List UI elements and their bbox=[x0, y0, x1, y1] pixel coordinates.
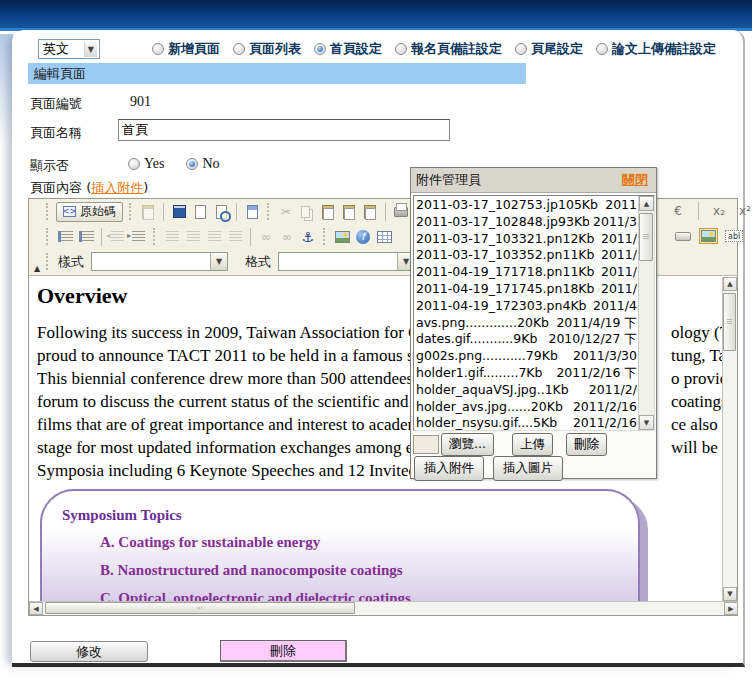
attachment-file-list[interactable]: 2011-03-17_102753.jp105Kb2011 2011-03-17… bbox=[413, 195, 655, 431]
list-item[interactable]: dates.gif...........9Kb2010/12/27 下 bbox=[416, 331, 637, 348]
print-icon[interactable] bbox=[392, 203, 410, 221]
editor-vertical-scrollbar[interactable]: ▲ ▼ bbox=[722, 277, 737, 601]
template-doc-icon bbox=[247, 205, 258, 219]
link-icon[interactable]: ∞ bbox=[257, 228, 275, 246]
button-field-icon[interactable] bbox=[674, 227, 692, 245]
radio-page-list[interactable]: 頁面列表 bbox=[233, 40, 301, 58]
list-item[interactable]: holder_aquaVSJ.jpg..1Kb2011/2/ bbox=[416, 382, 637, 399]
file-name: 2011-03-17_103321.pn12Kb bbox=[416, 231, 594, 248]
cut-icon[interactable]: ✂ bbox=[277, 203, 295, 221]
list-item[interactable]: avs.png.............20Kb2011/4/19 下 bbox=[416, 315, 637, 332]
image-button-field-icon[interactable] bbox=[699, 228, 718, 244]
increase-indent-icon[interactable] bbox=[129, 228, 147, 246]
radio-signup-note-settings[interactable]: 報名頁備註設定 bbox=[395, 40, 502, 58]
page-name-input[interactable] bbox=[118, 119, 450, 141]
paste-keep-icon[interactable] bbox=[139, 203, 157, 221]
text-field-icon[interactable]: abl bbox=[725, 230, 743, 242]
scrollbar-thumb[interactable] bbox=[639, 213, 653, 261]
list-item[interactable]: holder_avs.jpg......20Kb2011/2/16 bbox=[416, 399, 637, 416]
toolbar-separator bbox=[101, 228, 102, 246]
language-select[interactable]: 英文 ▼ bbox=[38, 39, 100, 59]
list-item[interactable]: 2011-03-17_102848.jp93Kb2011/3 bbox=[416, 214, 637, 231]
editor-horizontal-scrollbar[interactable]: ◀ ▶ bbox=[29, 601, 738, 615]
justify-icon[interactable] bbox=[226, 228, 244, 246]
radio-icon-selected[interactable] bbox=[314, 43, 326, 55]
preview-icon[interactable] bbox=[212, 203, 230, 221]
insert-image-button[interactable]: 插入圖片 bbox=[493, 456, 563, 481]
radio-paper-upload-note-settings[interactable]: 論文上傳備註設定 bbox=[596, 40, 716, 58]
insert-image-icon[interactable] bbox=[333, 228, 351, 246]
insert-attachment-link[interactable]: 插入附件 bbox=[91, 180, 143, 195]
toolbar-collapse-icon[interactable]: ▲ bbox=[31, 262, 43, 274]
list-item[interactable]: 2011-04-19_171745.pn18Kb2011/ bbox=[416, 281, 637, 298]
paste-icon[interactable] bbox=[319, 203, 337, 221]
list-item[interactable]: 2011-04-19_171718.pn11Kb2011/ bbox=[416, 264, 637, 281]
file-list-scrollbar[interactable]: ▲ ▼ bbox=[638, 196, 654, 430]
scroll-up-icon[interactable]: ▲ bbox=[723, 277, 737, 291]
list-item[interactable]: holder_nsysu.gif....5Kb2011/2/16 bbox=[416, 415, 637, 431]
align-lines-icon bbox=[208, 231, 221, 242]
file-input[interactable] bbox=[413, 435, 439, 454]
subscript-icon[interactable]: x₂ bbox=[710, 202, 728, 220]
style-combo[interactable]: ▼ bbox=[91, 252, 228, 271]
align-center-icon[interactable] bbox=[184, 228, 202, 246]
upload-button[interactable]: 上傳 bbox=[512, 433, 553, 456]
align-left-icon[interactable] bbox=[163, 228, 181, 246]
delete-button[interactable]: 刪除 bbox=[220, 640, 347, 662]
list-item[interactable]: g002s.png...........79Kb2011/3/30 bbox=[416, 348, 637, 365]
scroll-down-icon[interactable]: ▼ bbox=[639, 415, 654, 430]
radio-icon-selected[interactable] bbox=[186, 158, 198, 170]
scroll-down-icon[interactable]: ▼ bbox=[723, 587, 737, 601]
paste-word-icon[interactable] bbox=[361, 203, 379, 221]
scroll-left-icon[interactable]: ◀ bbox=[29, 602, 43, 615]
radio-display-yes[interactable]: Yes bbox=[128, 156, 164, 172]
insert-attachment-button[interactable]: 插入附件 bbox=[414, 456, 484, 481]
copy-icon[interactable] bbox=[298, 203, 316, 221]
radio-icon[interactable] bbox=[152, 43, 164, 55]
scroll-up-icon[interactable]: ▲ bbox=[639, 196, 654, 211]
list-item[interactable]: 2011-03-17_103352.pn11Kb2011/ bbox=[416, 247, 637, 264]
source-button[interactable]: <> 原始碼 bbox=[56, 202, 123, 222]
radio-footer-settings[interactable]: 頁尾設定 bbox=[515, 40, 583, 58]
align-right-icon[interactable] bbox=[205, 228, 223, 246]
radio-icon[interactable] bbox=[395, 43, 407, 55]
list-item[interactable]: 2011-03-17_103321.pn12Kb2011/ bbox=[416, 231, 637, 248]
unlink-icon[interactable]: ∞ bbox=[278, 228, 296, 246]
decrease-indent-icon[interactable] bbox=[108, 228, 126, 246]
radio-display-no[interactable]: No bbox=[186, 156, 219, 172]
scrollbar-thumb[interactable] bbox=[723, 293, 736, 351]
chevron-down-icon[interactable]: ▼ bbox=[210, 253, 227, 270]
browse-button[interactable]: 瀏覽... bbox=[441, 433, 494, 456]
chevron-down-icon[interactable]: ▼ bbox=[84, 42, 97, 57]
list-lines-icon bbox=[58, 231, 73, 242]
paste-text-icon[interactable] bbox=[340, 203, 358, 221]
format-combo[interactable]: ▼ bbox=[278, 252, 415, 271]
radio-add-page[interactable]: 新增頁面 bbox=[152, 40, 220, 58]
popup-close-link[interactable]: 關閉 bbox=[622, 171, 648, 189]
radio-home-settings[interactable]: 首頁設定 bbox=[314, 40, 382, 58]
magnifier-icon bbox=[216, 205, 227, 219]
radio-icon[interactable] bbox=[515, 43, 527, 55]
superscript-icon[interactable]: x² bbox=[736, 202, 752, 220]
templates-icon[interactable] bbox=[243, 203, 261, 221]
scrollbar-thumb[interactable] bbox=[45, 602, 355, 614]
new-page-icon[interactable] bbox=[191, 203, 209, 221]
toolbar-separator bbox=[385, 203, 386, 221]
insert-table-icon[interactable] bbox=[375, 228, 393, 246]
save-icon[interactable] bbox=[170, 203, 188, 221]
list-item[interactable]: 2011-03-17_102753.jp105Kb2011 bbox=[416, 197, 637, 214]
list-item[interactable]: 2011-04-19_172303.pn4Kb2011/4 bbox=[416, 298, 637, 315]
radio-icon[interactable] bbox=[596, 43, 608, 55]
radio-icon[interactable] bbox=[233, 43, 245, 55]
delete-file-button[interactable]: 刪除 bbox=[566, 433, 607, 456]
special-char-icon[interactable]: € bbox=[669, 202, 687, 220]
modify-button[interactable]: 修改 bbox=[30, 641, 148, 662]
button-shape-icon bbox=[675, 232, 691, 241]
scroll-right-icon[interactable]: ▶ bbox=[724, 602, 738, 615]
radio-icon[interactable] bbox=[128, 158, 140, 170]
anchor-icon[interactable]: ⚓ bbox=[299, 228, 317, 246]
numbered-list-icon[interactable] bbox=[56, 228, 74, 246]
bulleted-list-icon[interactable] bbox=[77, 228, 95, 246]
list-item[interactable]: holder1.gif.........7Kb2011/2/16 下 bbox=[416, 365, 637, 382]
insert-flash-icon[interactable]: f bbox=[354, 228, 372, 246]
